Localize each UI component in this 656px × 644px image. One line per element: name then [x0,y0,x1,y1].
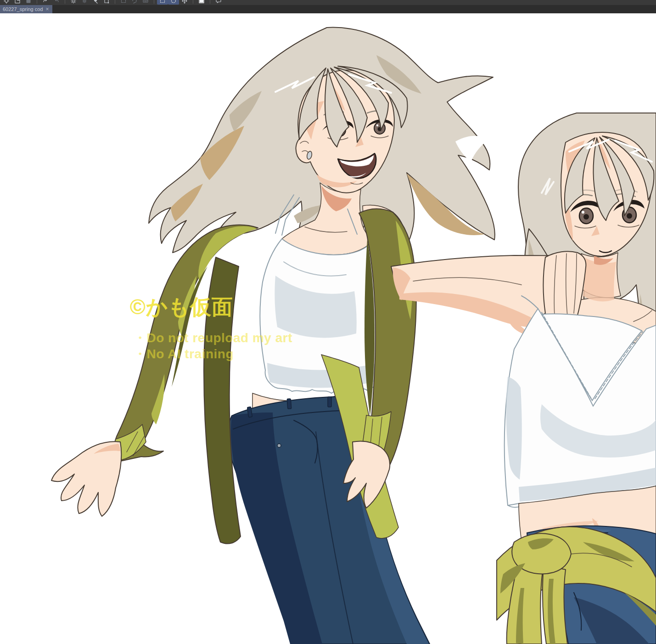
target-icon[interactable] [1,0,12,5]
keyboard-icon[interactable] [140,0,151,5]
rect-select-icon[interactable] [157,0,168,5]
folder-icon[interactable] [12,0,23,5]
transform-frame-icon[interactable] [101,0,112,5]
move-cross-icon[interactable] [179,0,190,5]
speech-bubble-icon[interactable] [213,0,224,5]
canvas-panel-icon[interactable] [196,0,207,5]
canvas[interactable]: ©かも仮面 ・Do not reupload my art ・No AI tra… [0,13,656,644]
document-tab-label: 60227_spring cod [3,6,43,12]
undo-icon[interactable] [40,0,51,5]
toolbar-separator [65,0,65,4]
lasso-icon[interactable] [129,0,140,5]
toolbar-separator [115,0,115,4]
toolbar-separator [154,0,154,4]
illustration: ©かも仮面 ・Do not reupload my art ・No AI tra… [0,13,656,644]
save-icon[interactable] [23,0,34,5]
watermark-note-2: ・No AI training [134,347,234,361]
ellipse-select-icon[interactable] [168,0,179,5]
spray-small-icon[interactable] [79,0,90,5]
redo-icon[interactable] [51,0,62,5]
tab-close-icon[interactable]: × [45,6,49,12]
toolbar-separator [37,0,37,4]
toolbar-separator [210,0,210,4]
left-hand [51,441,121,516]
toolbar [0,0,656,5]
watermark-note-1: ・Do not reupload my art [134,331,292,345]
watermark-copyright: ©かも仮面 [130,295,233,319]
toolbar-separator [193,0,193,4]
document-tab[interactable]: 60227_spring cod × [0,5,52,13]
tab-bar: 60227_spring cod × [0,5,656,13]
app-window: 60227_spring cod × [0,0,656,644]
marquee-icon[interactable] [118,0,129,5]
cursor-diamond-icon[interactable] [90,0,101,5]
spray-large-icon[interactable] [68,0,79,5]
